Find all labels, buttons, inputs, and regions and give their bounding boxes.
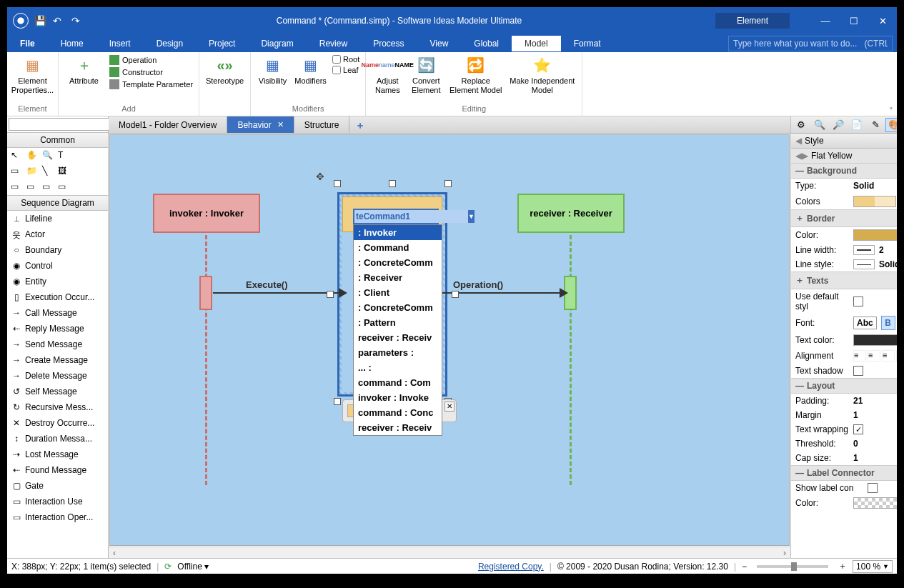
menu-format[interactable]: Format (561, 36, 614, 51)
border-color-swatch[interactable] (853, 229, 897, 241)
leaf-checkbox[interactable]: Leaf (332, 66, 359, 74)
modifiers-button[interactable]: ▦Modifiers (294, 55, 327, 86)
style-panel-icon[interactable]: 🎨 (885, 118, 897, 132)
autocomplete-dropdown[interactable]: : Invoker: Command: ConcreteComm: Receiv… (353, 224, 442, 436)
align-left[interactable]: ≡ (853, 350, 866, 362)
section-texts[interactable]: ＋Texts (791, 271, 897, 289)
maximize-button[interactable]: ☐ (840, 11, 868, 31)
line-icon[interactable]: ╲ (42, 166, 55, 177)
tool-entity[interactable]: ◉Entity (7, 274, 108, 289)
status-offline[interactable]: Offline ▾ (177, 562, 209, 572)
tab-structure[interactable]: Structure (294, 116, 350, 133)
hand-icon[interactable]: ✋ (26, 150, 39, 161)
tool-recursive-mess-[interactable]: ↻Recursive Mess... (7, 399, 108, 415)
dropdown-option[interactable]: : Client (354, 285, 442, 300)
menu-file[interactable]: File (7, 36, 48, 51)
attribute-button[interactable]: ＋ Attribute (64, 55, 104, 86)
dropdown-option[interactable]: parameters : (354, 345, 442, 360)
note-icon[interactable]: ▭ (11, 166, 24, 177)
font-preview[interactable]: Abc (853, 317, 877, 329)
zoom-out-icon[interactable]: − (742, 562, 747, 572)
panel-icon[interactable]: 🔎 (830, 118, 847, 132)
adjust-names-button[interactable]: NamenameNAMEAdjust Names (372, 55, 403, 95)
template-param-button[interactable]: Template Parameter (109, 79, 193, 89)
sel-handle[interactable] (389, 180, 396, 187)
dropdown-option[interactable]: : Command (354, 240, 442, 255)
bold-button[interactable]: B (881, 316, 895, 330)
tool-boundary[interactable]: ○Boundary (7, 242, 108, 258)
sel-handle[interactable] (334, 398, 341, 405)
toolbox-search-input[interactable] (9, 118, 111, 131)
tool-found-message[interactable]: ⇠Found Message (7, 462, 108, 478)
dropdown-option[interactable]: : Receiver (354, 270, 442, 285)
save-icon[interactable]: 💾 (34, 15, 46, 26)
replace-model-button[interactable]: 🔁Replace Element Model (449, 55, 502, 95)
tool-interaction-use[interactable]: ▭Interaction Use (7, 494, 108, 509)
dropdown-option[interactable]: command : Conc (354, 405, 442, 420)
pointer-icon[interactable]: ↖ (11, 150, 24, 161)
tool-send-message[interactable]: →Send Message (7, 337, 108, 352)
sel-handle[interactable] (452, 291, 459, 298)
dropdown-option[interactable]: : ConcreteComm (354, 255, 442, 270)
h-scrollbar[interactable]: ‹› (109, 547, 790, 558)
ribbon-collapse-icon[interactable]: ˅ (885, 52, 897, 116)
inline-editor[interactable]: ▼ (353, 209, 439, 224)
zoom-slider[interactable] (757, 565, 828, 568)
tab-behavior[interactable]: Behavior✕ (227, 116, 294, 133)
textcolor-swatch[interactable] (853, 334, 897, 346)
msg-label-operation[interactable]: Operation() (453, 279, 503, 290)
context-tab[interactable]: Element (715, 13, 790, 29)
textshadow-checkbox[interactable] (853, 366, 863, 376)
close-tab-icon[interactable]: ✕ (277, 120, 284, 129)
dropdown-option[interactable]: : Invoker (354, 225, 442, 240)
zoom-box[interactable]: 100 %▼ (853, 560, 893, 573)
dropdown-toggle-icon[interactable]: ▼ (468, 210, 475, 223)
command-search-input[interactable] (728, 36, 893, 51)
dropdown-option[interactable]: invoker : Invoke (354, 390, 442, 405)
msg-operation[interactable] (442, 292, 562, 294)
tool-lost-message[interactable]: ⇢Lost Message (7, 447, 108, 462)
mini-close-icon[interactable]: ✕ (444, 402, 455, 412)
registered-link[interactable]: Registered Copy. (478, 562, 544, 572)
align-center[interactable]: ≡ (868, 350, 880, 362)
stereotype-button[interactable]: «» Stereotype (205, 55, 244, 86)
panel-icon[interactable]: ✎ (867, 118, 884, 132)
theme-row[interactable]: ◀▶ Flat Yellow (791, 149, 897, 163)
section-background[interactable]: —Background˄ (791, 163, 897, 179)
menu-project[interactable]: Project (196, 36, 248, 51)
tab-model1[interactable]: Model1 - Folder Overview (109, 116, 227, 133)
zoom-icon[interactable]: 🔍 (42, 150, 55, 161)
menu-design[interactable]: Design (144, 36, 196, 51)
close-button[interactable]: ✕ (868, 11, 897, 31)
tool-duration-messa-[interactable]: ↕Duration Messa... (7, 431, 108, 447)
labelcolor-swatch[interactable] (853, 497, 897, 509)
tool-call-message[interactable]: →Call Message (7, 305, 108, 321)
lifeline-receiver[interactable]: receiver : Receiver (517, 194, 625, 233)
zoom-in-icon[interactable]: ＋ (838, 560, 847, 572)
sync-icon[interactable]: ⟳ (164, 562, 172, 572)
sel-handle[interactable] (334, 180, 341, 187)
dropdown-option[interactable]: receiver : Receiv (354, 420, 442, 435)
menu-view[interactable]: View (417, 36, 462, 51)
tool-execution-occur-[interactable]: ▯Execution Occur... (7, 289, 108, 305)
dropdown-option[interactable]: ... : (354, 360, 442, 375)
folder-icon[interactable]: 📁 (26, 166, 39, 177)
panel-icon[interactable]: ⚙ (793, 118, 810, 132)
move-handle-icon[interactable]: ✥ (316, 171, 324, 182)
tool-actor[interactable]: 웃Actor (7, 226, 108, 242)
section-layout[interactable]: —Layout (791, 378, 897, 394)
dropdown-option[interactable]: : ConcreteComm (354, 300, 442, 315)
align-right[interactable]: ≡ (882, 350, 895, 362)
textwrap-checkbox[interactable]: ✓ (853, 424, 863, 434)
activation-invoker[interactable] (199, 276, 212, 310)
tool-destroy-occurre-[interactable]: ✕Destroy Occurre... (7, 415, 108, 431)
redo-icon[interactable]: ↷ (71, 15, 83, 26)
tool-self-message[interactable]: ↺Self Message (7, 384, 108, 399)
canvas-area[interactable]: invoker : Invoker receiver : Receiver Ex… (109, 134, 790, 546)
tool-delete-message[interactable]: →Delete Message (7, 368, 108, 384)
undo-icon[interactable]: ↶ (53, 15, 64, 26)
menu-model[interactable]: Model (512, 36, 561, 51)
section-border[interactable]: ＋Border (791, 209, 897, 227)
msg-execute[interactable] (213, 292, 342, 294)
menu-global[interactable]: Global (461, 36, 512, 51)
